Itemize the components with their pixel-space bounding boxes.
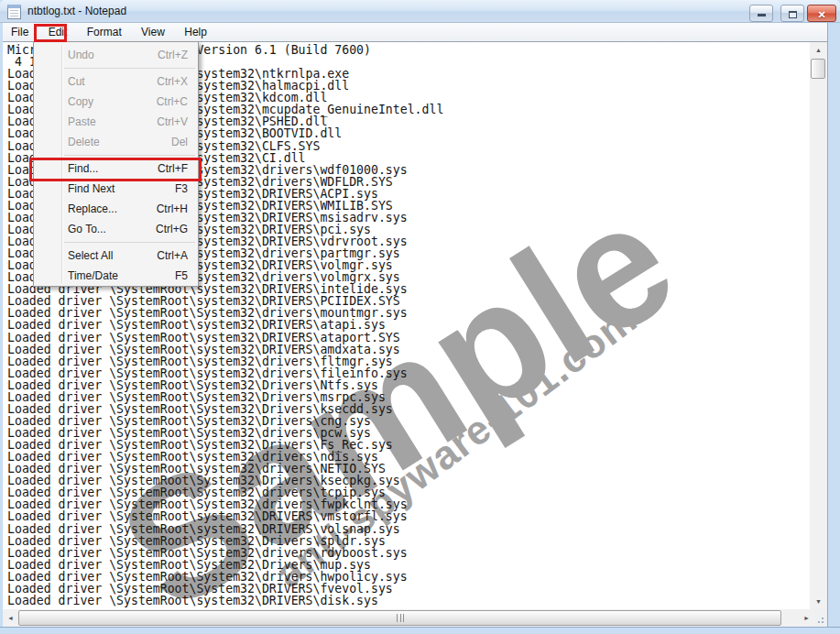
scroll-left-icon: ◄ — [7, 615, 14, 621]
scroll-up-button[interactable]: ▲ — [810, 42, 827, 58]
menu-item-cut[interactable]: CutCtrl+X — [34, 71, 198, 92]
notepad-icon — [7, 5, 21, 19]
window-border-bottom — [0, 627, 840, 634]
menu-shortcut: F5 — [175, 266, 188, 286]
menu-item-paste[interactable]: PasteCtrl+V — [34, 112, 198, 132]
menu-shortcut: Ctrl+H — [157, 199, 188, 219]
menu-shortcut: Ctrl+Z — [158, 45, 188, 65]
edit-annotation-box — [34, 24, 67, 42]
vertical-scrollbar-thumb[interactable] — [811, 59, 825, 79]
scroll-down-button[interactable]: ▼ — [810, 594, 827, 609]
menu-shortcut: Ctrl+V — [157, 112, 188, 132]
minimize-button[interactable] — [749, 5, 773, 22]
menu-shortcut: Ctrl+A — [157, 246, 188, 266]
menu-item-replace[interactable]: Replace...Ctrl+H — [34, 199, 198, 219]
scroll-right-button[interactable]: ► — [799, 609, 814, 627]
maximize-button[interactable] — [780, 5, 804, 22]
scroll-left-button[interactable]: ◄ — [3, 609, 18, 627]
find-annotation-box — [29, 158, 202, 181]
scroll-right-icon: ► — [803, 615, 810, 621]
horizontal-scrollbar-thumb[interactable] — [18, 610, 781, 626]
minimize-icon — [758, 14, 766, 16]
close-icon: ✕ — [817, 9, 825, 20]
menu-item-undo[interactable]: UndoCtrl+Z — [34, 45, 198, 65]
window-title: ntbtlog.txt - Notepad — [27, 5, 126, 17]
menu-shortcut: Ctrl+G — [156, 219, 188, 239]
menu-help[interactable]: Help — [176, 23, 215, 41]
menu-separator — [34, 65, 198, 71]
menu-item-select-all[interactable]: Select AllCtrl+A — [34, 246, 198, 266]
thumb-grip-icon — [397, 614, 404, 622]
edit-menu-popup: UndoCtrl+Z CutCtrl+X CopyCtrl+C PasteCtr… — [33, 41, 199, 287]
menu-item-time-date[interactable]: Time/DateF5 — [34, 266, 198, 286]
scroll-up-icon: ▲ — [815, 47, 822, 53]
menu-separator — [34, 239, 198, 246]
menu-shortcut: Del — [171, 132, 188, 152]
menu-bar: File Edit Format View Help — [3, 23, 827, 41]
resize-grip-icon — [822, 621, 824, 623]
menu-item-delete[interactable]: DeleteDel — [34, 132, 198, 152]
window-border-right — [827, 23, 840, 627]
menu-shortcut: Ctrl+C — [157, 92, 188, 112]
title-bar[interactable]: ntbtlog.txt - Notepad ✕ — [0, 0, 840, 23]
menu-file[interactable]: File — [3, 23, 37, 41]
menu-format[interactable]: Format — [79, 23, 130, 41]
menu-shortcut: Ctrl+X — [157, 71, 188, 92]
menu-item-copy[interactable]: CopyCtrl+C — [34, 92, 198, 112]
notepad-window: ntbtlog.txt - Notepad ✕ File Edit Format… — [0, 0, 840, 634]
menu-item-go-to[interactable]: Go To...Ctrl+G — [34, 219, 198, 239]
close-button[interactable]: ✕ — [807, 5, 836, 22]
menu-shortcut: F3 — [175, 179, 188, 199]
horizontal-scrollbar[interactable]: ◄ ► — [3, 609, 814, 627]
screenshot-root: { "window": { "title": "ntbtlog.txt - No… — [0, 0, 840, 634]
maximize-icon — [789, 11, 797, 18]
resize-grip[interactable] — [814, 609, 827, 627]
menu-item-find-next[interactable]: Find NextF3 — [34, 179, 198, 199]
scroll-down-icon: ▼ — [815, 598, 822, 605]
vertical-scrollbar[interactable]: ▲ ▼ — [810, 41, 827, 609]
menu-view[interactable]: View — [133, 23, 173, 41]
